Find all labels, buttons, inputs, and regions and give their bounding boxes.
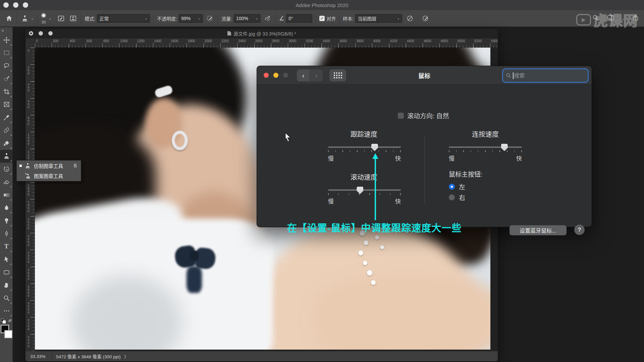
swap-colors-icon[interactable]: ⇄: [8, 318, 12, 323]
tool-crop-icon[interactable]: [0, 85, 13, 98]
scroll-direction-row[interactable]: 滚动方向: 自然: [398, 111, 449, 120]
fast-label: 快: [516, 154, 522, 162]
h-ruler-label: 1400: [154, 39, 161, 43]
mouse-settings-dialog: ‹ › 鼠标 滚动方向: 自然 跟踪速度 慢快 连按速度 慢快 滚动速度 慢快 …: [257, 66, 592, 227]
tool-pen-icon[interactable]: [0, 227, 13, 240]
ignore-adjustment-layers-icon[interactable]: [406, 14, 414, 23]
help-button[interactable]: ?: [574, 225, 585, 235]
tool-healing-brush-icon[interactable]: [0, 124, 13, 137]
h-ruler-label: 2600: [255, 39, 263, 43]
search-field[interactable]: [503, 69, 588, 82]
slider-track[interactable]: [328, 189, 401, 191]
flyout-item-shortcut: S: [73, 163, 77, 168]
tool-eraser-icon[interactable]: [0, 176, 13, 189]
tool-brush-icon[interactable]: [0, 137, 13, 150]
h-ruler-label: 4600: [424, 39, 431, 43]
tool-history-brush-icon[interactable]: [0, 163, 13, 176]
tracking-speed-slider[interactable]: 慢快: [328, 146, 401, 162]
clone-source-panel-icon[interactable]: [69, 14, 77, 23]
radio-left[interactable]: [449, 184, 455, 190]
mode-select[interactable]: 正常⌄: [97, 14, 150, 23]
airbrush-icon[interactable]: [263, 14, 272, 23]
tool-clone-stamp-icon[interactable]: [0, 150, 13, 163]
chevron-down-icon[interactable]: ⌄: [48, 16, 51, 20]
primary-button-label: 鼠标主按钮:: [449, 169, 482, 178]
status-menu-arrow[interactable]: 〉: [124, 353, 129, 360]
tool-dodge-icon[interactable]: [0, 214, 13, 227]
tool-type-icon[interactable]: T: [0, 240, 13, 253]
current-tool-marker: [19, 165, 22, 167]
chevron-down-icon[interactable]: ⌄: [622, 16, 625, 21]
v-ruler-label: 200: [27, 66, 30, 75]
color-swatches[interactable]: ⇄: [0, 318, 13, 342]
home-icon[interactable]: [5, 14, 13, 23]
tool-zoom-icon[interactable]: [0, 292, 13, 305]
tool-rect-marquee-icon[interactable]: [0, 47, 13, 60]
double-click-speed-label: 连按速度: [448, 129, 522, 139]
tool-shape-icon[interactable]: [0, 266, 13, 279]
zoom-level-field[interactable]: 33.33%: [30, 354, 52, 359]
double-click-speed-slider[interactable]: 慢快: [449, 146, 522, 162]
h-ruler-label: 4800: [440, 39, 448, 43]
brush-settings-panel-icon[interactable]: [57, 14, 65, 23]
tool-bar: » T ⇄: [0, 27, 13, 362]
tool-preset-picker[interactable]: ⌄: [20, 14, 34, 23]
toolbar-collapse-icon[interactable]: »: [0, 27, 12, 34]
tool-eyedropper-icon[interactable]: [0, 111, 13, 124]
vertical-ruler: 0200400600800100012001400160018002000220…: [25, 48, 35, 351]
tool-quick-selection-icon[interactable]: [0, 72, 13, 85]
angle-input[interactable]: 0°: [286, 14, 312, 23]
workspace-icon[interactable]: [607, 14, 614, 23]
tool-path-selection-icon[interactable]: [0, 253, 13, 266]
scroll-direction-checkbox[interactable]: [398, 113, 404, 119]
document-info[interactable]: 5472 像素 x 3648 像素 (300 ppi): [56, 353, 121, 360]
setup-bluetooth-mouse-button[interactable]: 设置蓝牙鼠标...: [509, 225, 567, 235]
v-ruler-label: 1600: [27, 184, 30, 196]
tool-frame-icon[interactable]: [0, 98, 13, 111]
radio-right[interactable]: [449, 194, 455, 200]
flyout-item[interactable]: 仿制图章工具S: [17, 161, 81, 171]
h-ruler-label: 0: [36, 39, 38, 43]
tool-gradient-icon[interactable]: [0, 188, 13, 201]
slow-label: 慢: [449, 154, 454, 162]
background-color[interactable]: [4, 330, 12, 338]
aligned-label: 对齐: [326, 15, 336, 22]
scrolling-speed-label: 滚动速度: [327, 172, 401, 182]
opacity-select[interactable]: 99%⌄: [179, 14, 203, 23]
slow-label: 慢: [328, 197, 334, 205]
primary-right-option[interactable]: 右: [449, 193, 465, 202]
tool-hand-icon[interactable]: [0, 279, 13, 292]
v-ruler-label: 2400: [27, 251, 30, 263]
search-input[interactable]: [514, 73, 575, 79]
h-ruler-label: 3200: [306, 39, 313, 43]
h-ruler-label: 1000: [120, 39, 127, 43]
flyout-item-label: 图案图章工具: [34, 172, 63, 179]
v-ruler-label: 0: [27, 49, 30, 52]
tool-move-icon[interactable]: [0, 34, 13, 47]
clone-stamp-icon: [24, 163, 32, 169]
brush-preset-picker[interactable]: 20: [41, 13, 46, 24]
share-icon[interactable]: [632, 14, 639, 23]
slider-track[interactable]: [328, 146, 401, 148]
v-ruler-label: 3000: [27, 302, 30, 314]
slider-track[interactable]: [449, 146, 522, 148]
tool-more-icon[interactable]: [0, 305, 13, 318]
search-icon[interactable]: [592, 14, 599, 23]
pressure-size-icon[interactable]: [421, 14, 430, 23]
primary-left-option[interactable]: 左: [449, 182, 465, 191]
h-ruler-label: 4000: [373, 39, 380, 43]
tool-blur-icon[interactable]: [0, 201, 13, 215]
scrolling-speed-slider[interactable]: 慢快: [328, 189, 401, 205]
tool-lasso-icon[interactable]: [0, 59, 13, 72]
ruler-corner[interactable]: [25, 38, 35, 48]
v-ruler-label: 1800: [27, 200, 30, 213]
angle-icon: ∠: [279, 15, 284, 22]
flyout-item[interactable]: 图案图章工具: [17, 171, 81, 181]
sample-select[interactable]: 当前图层⌄: [355, 14, 402, 23]
h-ruler-label: 1800: [187, 39, 195, 43]
flow-select[interactable]: 100%⌄: [234, 14, 261, 23]
search-icon: [506, 73, 512, 78]
v-ruler-label: 400: [27, 83, 30, 92]
pressure-opacity-icon[interactable]: [206, 14, 214, 23]
aligned-checkbox[interactable]: ✓ 对齐: [319, 15, 336, 22]
